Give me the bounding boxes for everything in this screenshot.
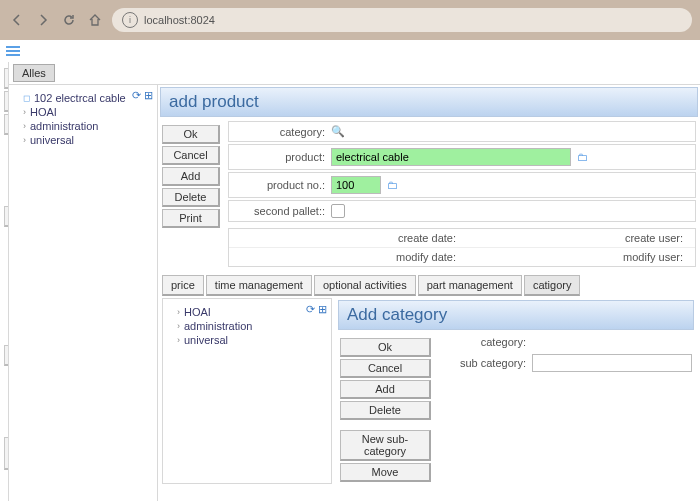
tree-item[interactable]: ›administration — [13, 119, 153, 133]
tab-catigory[interactable]: catigory — [524, 275, 581, 296]
tab-optional-activities[interactable]: optional activities — [314, 275, 416, 296]
tree-item[interactable]: ›HOAI — [167, 305, 327, 319]
refresh-icon[interactable]: ⟳ — [132, 89, 141, 101]
cat-label: category: — [436, 336, 532, 348]
modify-date-label: modify date: — [235, 251, 462, 263]
tab-part-management[interactable]: part management — [418, 275, 522, 296]
reload-icon[interactable] — [60, 11, 78, 29]
document-icon: ◻ — [23, 93, 30, 103]
folder-icon[interactable]: 🗀 — [577, 151, 588, 163]
product-label: product: — [235, 151, 331, 163]
chevron-right-icon: › — [177, 307, 180, 317]
secondpallet-label: second pallet:: — [235, 205, 331, 217]
cancel-button[interactable]: Cancel — [162, 146, 220, 165]
chevron-right-icon: › — [177, 321, 180, 331]
chevron-right-icon: › — [23, 121, 26, 131]
delete-button[interactable]: Delete — [162, 188, 220, 207]
folder-icon[interactable]: 🗀 — [387, 179, 398, 191]
tree-item-label: HOAI — [30, 106, 57, 118]
tree-item[interactable]: ›administration — [167, 319, 327, 333]
sidebar: optionscontactsordersproductsoffer'sorde… — [0, 62, 9, 501]
alles-button[interactable]: Alles — [13, 64, 55, 82]
tree-item-label: 102 electrcal cable — [34, 92, 126, 104]
tree-item-label: administration — [184, 320, 252, 332]
main-panel: add product OkCancelAddDeletePrint categ… — [158, 85, 700, 501]
delete-button[interactable]: Delete — [340, 401, 431, 420]
print-button[interactable]: Print — [162, 209, 220, 228]
home-icon[interactable] — [86, 11, 104, 29]
search-icon[interactable]: 🔍 — [331, 125, 345, 138]
productno-input[interactable] — [331, 176, 381, 194]
subcategory-input[interactable] — [532, 354, 692, 372]
tab-price[interactable]: price — [162, 275, 204, 296]
tree-item-label: administration — [30, 120, 98, 132]
ok-button[interactable]: Ok — [340, 338, 431, 357]
new-sub-category-button[interactable]: New sub-category — [340, 430, 431, 461]
expand-icon[interactable]: ⊞ — [318, 303, 327, 315]
forward-icon[interactable] — [34, 11, 52, 29]
category-tree: ⟳ ⊞ ›HOAI›administration›universal — [162, 298, 332, 484]
url-text: localhost:8024 — [144, 14, 215, 26]
tree-item-label: universal — [30, 134, 74, 146]
tree-item[interactable]: ›HOAI — [13, 105, 153, 119]
tab-time-management[interactable]: time management — [206, 275, 312, 296]
expand-icon[interactable]: ⊞ — [144, 89, 153, 101]
productno-label: product no.: — [235, 179, 331, 191]
tree-item-label: universal — [184, 334, 228, 346]
hamburger-icon[interactable] — [0, 40, 700, 62]
category-label: category: — [235, 126, 331, 138]
product-tree: ⟳ ⊞ ◻102 electrcal cable›HOAI›administra… — [9, 85, 158, 501]
add-button[interactable]: Add — [162, 167, 220, 186]
toolbar: Alles — [9, 62, 700, 85]
back-icon[interactable] — [8, 11, 26, 29]
refresh-icon[interactable]: ⟳ — [306, 303, 315, 315]
add-category-title: Add category — [338, 300, 694, 330]
create-date-label: create date: — [235, 232, 462, 244]
chevron-right-icon: › — [177, 335, 180, 345]
move-button[interactable]: Move — [340, 463, 431, 482]
ok-button[interactable]: Ok — [162, 125, 220, 144]
cancel-button[interactable]: Cancel — [340, 359, 431, 378]
create-user-label: create user: — [462, 232, 689, 244]
tree-item[interactable]: ›universal — [167, 333, 327, 347]
subcat-label: sub category: — [436, 357, 532, 369]
secondpallet-checkbox[interactable] — [331, 204, 345, 218]
info-icon: i — [122, 12, 138, 28]
chevron-right-icon: › — [23, 135, 26, 145]
tree-item[interactable]: ›universal — [13, 133, 153, 147]
product-input[interactable] — [331, 148, 571, 166]
add-product-title: add product — [160, 87, 698, 117]
add-button[interactable]: Add — [340, 380, 431, 399]
chevron-right-icon: › — [23, 107, 26, 117]
browser-chrome: i localhost:8024 — [0, 0, 700, 40]
address-bar[interactable]: i localhost:8024 — [112, 8, 692, 32]
modify-user-label: modify user: — [462, 251, 689, 263]
tree-item-label: HOAI — [184, 306, 211, 318]
